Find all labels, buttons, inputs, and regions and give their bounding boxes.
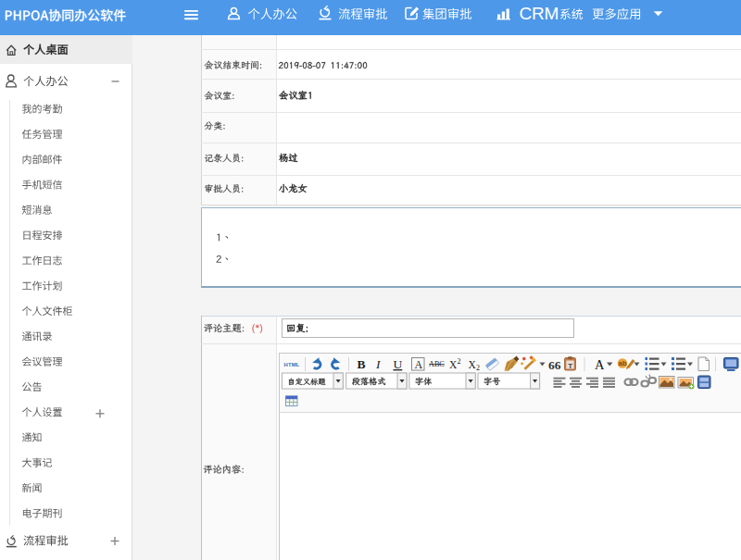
svg-text:U: U bbox=[394, 357, 403, 371]
svg-text:2: 2 bbox=[476, 364, 480, 372]
svg-text:ABC: ABC bbox=[429, 360, 445, 368]
svg-text:2: 2 bbox=[458, 357, 461, 366]
svg-text:ab: ab bbox=[619, 359, 627, 367]
svg-text:HTML: HTML bbox=[284, 362, 300, 367]
svg-text:B: B bbox=[358, 357, 366, 371]
svg-text:I: I bbox=[375, 357, 382, 371]
svg-text:CRM: CRM bbox=[520, 4, 559, 23]
svg-text:66: 66 bbox=[548, 358, 561, 372]
svg-text:T: T bbox=[568, 362, 572, 370]
svg-text:A: A bbox=[415, 358, 423, 371]
svg-text:A: A bbox=[595, 357, 605, 372]
